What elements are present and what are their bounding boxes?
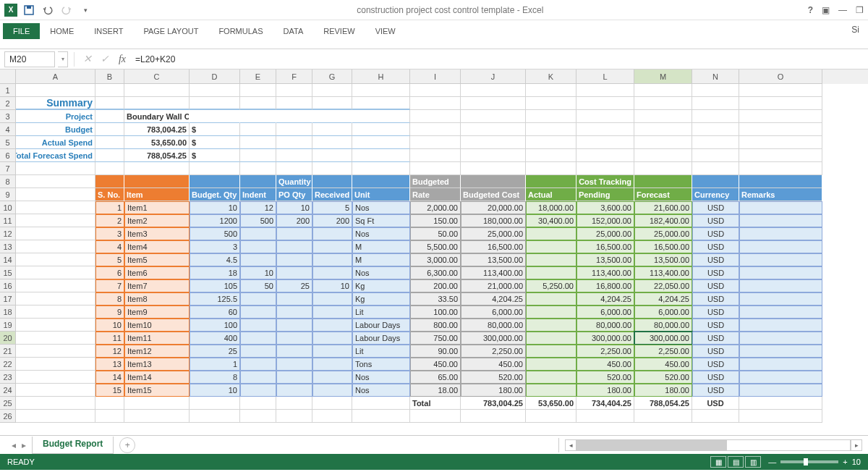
cell-E3[interactable] [240, 110, 276, 123]
item-unit-3[interactable]: Nos [352, 227, 410, 240]
item-fc-1[interactable]: 21,600.00 [634, 201, 692, 214]
item-fc-8[interactable]: 4,204.25 [634, 292, 692, 305]
cell-O26[interactable] [739, 410, 822, 423]
item-sno-5[interactable]: 5 [95, 253, 124, 266]
cell-F3[interactable] [276, 110, 312, 123]
item-rem-2[interactable] [739, 214, 822, 227]
item-pe-5[interactable]: 13,500.00 [576, 253, 634, 266]
item-name-5[interactable]: Item5 [124, 253, 190, 266]
item-name-9[interactable]: Item9 [124, 305, 190, 319]
zoom-out-button[interactable]: — [768, 458, 776, 466]
cell-O6[interactable] [739, 149, 822, 162]
cell-A17[interactable] [16, 292, 95, 305]
item-bq-12[interactable]: 25 [190, 345, 240, 358]
cell-N6[interactable] [692, 149, 739, 162]
item-bc-11[interactable]: 300,000.00 [461, 332, 526, 345]
cell-C2[interactable] [124, 97, 190, 110]
cell-A8[interactable] [16, 175, 95, 188]
item-bq-11[interactable]: 400 [190, 332, 240, 345]
item-unit-5[interactable]: M [352, 253, 410, 266]
sign-in-hint[interactable]: Si [851, 25, 859, 35]
item-rem-3[interactable] [739, 227, 822, 240]
cell-I6[interactable] [410, 149, 461, 162]
item-ind-2[interactable]: 500 [240, 214, 276, 227]
item-pe-1[interactable]: 3,600.00 [576, 201, 634, 214]
item-ac-7[interactable]: 5,250.00 [526, 279, 576, 292]
cell-E1[interactable] [240, 84, 276, 97]
cell-A22[interactable] [16, 358, 95, 371]
item-rc-12[interactable] [312, 345, 352, 358]
item-rem-14[interactable] [739, 371, 822, 384]
cell-J1[interactable] [461, 84, 526, 97]
item-sno-3[interactable]: 3 [95, 227, 124, 240]
item-ac-3[interactable] [526, 227, 576, 240]
item-pe-6[interactable]: 113,400.00 [576, 266, 634, 279]
item-po-4[interactable] [276, 240, 312, 253]
item-rc-7[interactable]: 10 [312, 279, 352, 292]
item-fc-13[interactable]: 450.00 [634, 358, 692, 371]
item-ac-12[interactable] [526, 345, 576, 358]
item-unit-6[interactable]: Nos [352, 266, 410, 279]
item-po-2[interactable]: 200 [276, 214, 312, 227]
item-rem-12[interactable] [739, 345, 822, 358]
view-page-break-icon[interactable]: ▥ [745, 456, 761, 468]
item-pe-15[interactable]: 180.00 [576, 384, 634, 397]
item-rate-12[interactable]: 90.00 [410, 345, 461, 358]
item-rate-5[interactable]: 3,000.00 [410, 253, 461, 266]
cell-H3[interactable] [352, 110, 410, 123]
item-bq-5[interactable]: 4.5 [190, 253, 240, 266]
cell-H7[interactable] [352, 162, 410, 175]
group-item-blank[interactable] [124, 175, 190, 188]
item-cur-5[interactable]: USD [692, 253, 739, 266]
cell-O5[interactable] [739, 136, 822, 149]
item-unit-1[interactable]: Nos [352, 201, 410, 214]
item-cur-6[interactable]: USD [692, 266, 739, 279]
cell-A15[interactable] [16, 266, 95, 279]
summary-label-actual[interactable]: Actual Spend [16, 136, 95, 149]
summary-currency-forecast[interactable]: $ [190, 149, 240, 162]
item-name-1[interactable]: Item1 [124, 201, 190, 214]
item-fc-7[interactable]: 22,050.00 [634, 279, 692, 292]
item-bq-6[interactable]: 18 [190, 266, 240, 279]
item-bc-10[interactable]: 80,000.00 [461, 319, 526, 332]
item-unit-11[interactable]: Labour Days [352, 332, 410, 345]
cell-O4[interactable] [739, 123, 822, 136]
item-rc-6[interactable] [312, 266, 352, 279]
hdr-poqty[interactable]: PO Qty [276, 188, 312, 201]
item-cur-13[interactable]: USD [692, 358, 739, 371]
col-header-M[interactable]: M [634, 69, 692, 84]
cell-F26[interactable] [276, 410, 312, 423]
cell-M26[interactable] [634, 410, 692, 423]
item-unit-8[interactable]: Kg [352, 292, 410, 305]
cell-A12[interactable] [16, 227, 95, 240]
cell-C26[interactable] [124, 410, 190, 423]
cell-E5[interactable] [240, 136, 276, 149]
item-cur-10[interactable]: USD [692, 319, 739, 332]
item-rc-13[interactable] [312, 358, 352, 371]
cell-M4[interactable] [634, 123, 692, 136]
item-unit-4[interactable]: M [352, 240, 410, 253]
view-page-layout-icon[interactable]: ▤ [728, 456, 744, 468]
item-pe-7[interactable]: 16,800.00 [576, 279, 634, 292]
item-po-3[interactable] [276, 227, 312, 240]
col-header-D[interactable]: D [190, 69, 240, 84]
item-rem-1[interactable] [739, 201, 822, 214]
item-po-9[interactable] [276, 305, 312, 319]
item-sno-1[interactable]: 1 [95, 201, 124, 214]
item-ind-11[interactable] [240, 332, 276, 345]
item-rem-8[interactable] [739, 292, 822, 305]
summary-label-project[interactable]: Project [16, 110, 95, 123]
cell-L26[interactable] [576, 410, 634, 423]
item-fc-5[interactable]: 13,500.00 [634, 253, 692, 266]
row-header-25[interactable]: 25 [0, 397, 16, 410]
item-rate-6[interactable]: 6,300.00 [410, 266, 461, 279]
cell-K4[interactable] [526, 123, 576, 136]
summary-title[interactable]: Summary [16, 97, 95, 110]
group-budgeted-label[interactable]: Budgeted [410, 175, 461, 188]
cell-I5[interactable] [410, 136, 461, 149]
item-bq-2[interactable]: 1200 [190, 214, 240, 227]
item-pe-4[interactable]: 16,500.00 [576, 240, 634, 253]
cell-N7[interactable] [692, 162, 739, 175]
item-ac-2[interactable]: 30,400.00 [526, 214, 576, 227]
item-fc-12[interactable]: 2,250.00 [634, 345, 692, 358]
